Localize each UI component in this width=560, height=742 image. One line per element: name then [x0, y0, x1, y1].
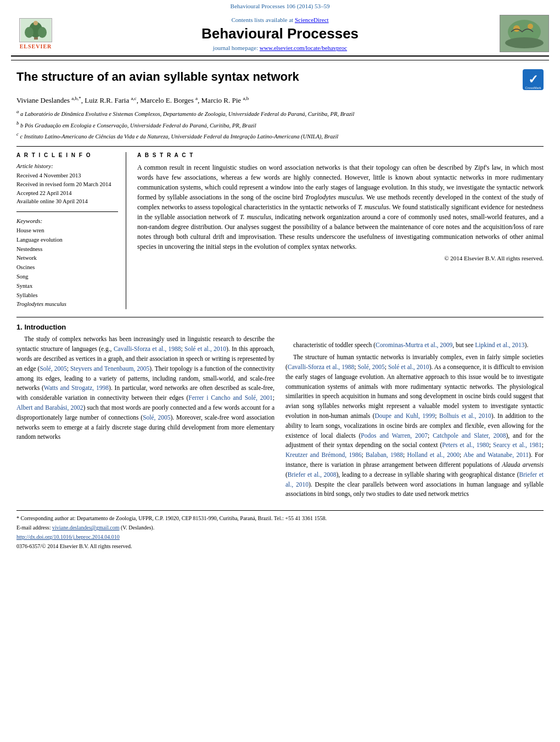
article-meta-row: A R T I C L E I N F O Article history: R… — [16, 152, 544, 309]
abstract-heading: A B S T R A C T — [137, 152, 544, 158]
sciencedirect-link[interactable]: Contents lists available at ScienceDirec… — [71, 16, 489, 23]
journal-header-citation: Behavioural Processes 106 (2014) 53–59 — [0, 0, 560, 10]
keyword-7: Syllables — [16, 291, 118, 300]
issn-line: 0376-6357/© 2014 Elsevier B.V. All right… — [16, 542, 544, 550]
ref-lipkind[interactable]: Lipkind et al., 2013 — [475, 342, 524, 348]
body-divider — [16, 317, 544, 317]
header-divider — [11, 60, 549, 60]
intro-para-1: The study of complex networks has been i… — [16, 334, 275, 442]
ref-sole2[interactable]: Solé, 2005 — [357, 364, 384, 370]
ref-searcy[interactable]: Searcy et al., 1981 — [493, 442, 542, 448]
ref-sole-2010[interactable]: Solé et al., 2010 — [184, 345, 226, 352]
ref-holland[interactable]: Holland et al., 2000 — [407, 451, 460, 458]
title-section: The structure of an avian syllable synta… — [16, 69, 544, 90]
abstract-column: A B S T R A C T A common result in recen… — [137, 152, 544, 309]
article-info-heading: A R T I C L E I N F O — [16, 152, 118, 158]
homepage-link[interactable]: www.elsevier.com/locate/behavproc — [260, 44, 347, 51]
ref-albert[interactable]: Albert and Barabási, 2002 — [16, 404, 83, 411]
body-columns: 1. Introduction The study of complex net… — [16, 323, 544, 501]
article-info-column: A R T I C L E I N F O Article history: R… — [16, 152, 126, 309]
abstract-text: A common result in recent linguistic stu… — [137, 163, 544, 252]
ref-corominas[interactable]: Corominas-Murtra et al., 2009 — [376, 342, 452, 348]
svg-point-3 — [25, 27, 33, 38]
online-date: Available online 30 April 2014 — [16, 197, 118, 206]
keyword-6: Syntax — [16, 282, 118, 291]
journal-title: Behavioural Processes — [71, 25, 489, 42]
footnote-text: * Corresponding author at: Departamento … — [16, 514, 544, 522]
ref-peters[interactable]: Peters et al., 1980 — [442, 442, 489, 448]
ref-steyvers[interactable]: Steyvers and Tenenbaum, 2005 — [70, 365, 149, 372]
keyword-8-text: Troglodytes musculus — [16, 301, 66, 307]
keyword-5: Song — [16, 272, 118, 282]
email-line: E-mail address: viviane.deslandes@gmail.… — [16, 523, 544, 532]
intro-para-3: The structure of human syntactic network… — [285, 353, 544, 499]
svg-text:✓: ✓ — [528, 72, 538, 86]
journal-header-center: Contents lists available at ScienceDirec… — [60, 16, 500, 51]
ref-briefer[interactable]: Briefer et al., 2008 — [288, 471, 337, 478]
ref-cavalli2[interactable]: Cavalli-Sforza et al., 1988 — [288, 364, 354, 370]
section1-heading: 1. Introduction — [16, 323, 275, 331]
ref-kreutzer[interactable]: Kreutzer and Brémond, 1986 — [285, 451, 362, 458]
ref-doupe[interactable]: Doupe and Kuhl, 1999 — [375, 412, 435, 419]
elsevier-tree-image — [19, 18, 52, 42]
received-date: Received 4 November 2013 — [16, 171, 118, 180]
ref-sole-2005[interactable]: Solé, 2005 — [40, 365, 66, 372]
ref-cavalli-1988[interactable]: Cavalli-Sforza et al., 1988 — [114, 345, 181, 352]
article-affiliations: a a Laboratório de Dinâmica Evolutiva e … — [16, 108, 544, 141]
revised-date: Received in revised form 20 March 2014 — [16, 180, 118, 189]
keywords-section: Keywords: House wren Language evolution … — [16, 217, 118, 309]
history-title: Article history: — [16, 163, 118, 169]
article-authors: Viviane Deslandes a,b,*, Luiz R.R. Faria… — [16, 96, 544, 105]
species-alauda: Alauda arvensis — [502, 461, 544, 468]
journal-cover-image — [500, 15, 549, 52]
svg-point-8 — [513, 25, 520, 32]
keyword-2: Nestedness — [16, 245, 118, 254]
intro-para-2: characteristic of toddler speech (Coromi… — [285, 341, 544, 350]
sciencedirect-anchor[interactable]: ScienceDirect — [295, 16, 329, 23]
abstract-paragraph: A common result in recent linguistic stu… — [137, 163, 544, 252]
citation-text: Behavioural Processes 106 (2014) 53–59 — [231, 3, 330, 9]
body-text-right: characteristic of toddler speech (Coromi… — [285, 341, 544, 499]
email-link[interactable]: viviane.deslandes@gmail.com — [52, 525, 120, 531]
keyword-8: Troglodytes musculus — [16, 300, 118, 309]
keywords-list: House wren Language evolution Nestedness… — [16, 226, 118, 309]
abstract-copyright: © 2014 Elsevier B.V. All rights reserved… — [137, 255, 544, 261]
keywords-title: Keywords: — [16, 217, 118, 224]
article-title: The structure of an avian syllable synta… — [16, 69, 523, 85]
ref-sole-2005b[interactable]: Solé, 2005 — [143, 414, 170, 421]
svg-point-9 — [528, 24, 533, 29]
ref-podos[interactable]: Podos and Warren, 2007 — [361, 432, 428, 439]
homepage-prefix: journal homepage: — [213, 44, 260, 51]
species-name-1: Troglodytes musculus — [305, 193, 363, 201]
journal-homepage[interactable]: journal homepage: www.elsevier.com/locat… — [71, 44, 489, 51]
svg-point-5 — [33, 21, 38, 25]
ref-abe[interactable]: Abe and Watanabe, 2011 — [463, 451, 529, 458]
body-left-col: 1. Introduction The study of complex net… — [16, 323, 275, 501]
ref-watts[interactable]: Watts and Strogatz, 1998 — [44, 384, 109, 391]
authors-text: Viviane Deslandes a,b,*, Luiz R.R. Faria… — [16, 96, 249, 104]
ref-bolhuis[interactable]: Bolhuis et al., 2010 — [439, 412, 491, 419]
article-footer: * Corresponding author at: Departamento … — [16, 510, 544, 550]
affiliation-b: b b Pós Graduação em Ecologia e Conserva… — [16, 120, 544, 130]
journal-header: ELSEVIER Contents lists available at Sci… — [11, 10, 549, 57]
ref-sole3[interactable]: Solé et al., 2010 — [388, 364, 429, 370]
email-suffix: (V. Deslandes). — [120, 525, 155, 531]
species-abbrev-1: T. musculus — [358, 203, 389, 211]
keyword-0: House wren — [16, 226, 118, 236]
keyword-4: Oscines — [16, 263, 118, 272]
crossmark-badge: ✓ CrossMark — [523, 69, 544, 90]
body-text-left: The study of complex networks has been i… — [16, 334, 275, 442]
keyword-1: Language evolution — [16, 236, 118, 245]
svg-text:CrossMark: CrossMark — [525, 86, 541, 90]
ref-ferrer[interactable]: Ferrer i Cancho and Solé, 2001 — [188, 394, 273, 401]
ref-catchpole[interactable]: Catchpole and Slater, 2008 — [433, 432, 506, 439]
email-label: E-mail address: — [16, 525, 52, 531]
affiliation-a: a a Laboratório de Dinâmica Evolutiva e … — [16, 108, 544, 118]
ref-balaban[interactable]: Balaban, 1988 — [366, 451, 403, 458]
species-abbrev-2: T. musculus — [240, 213, 271, 221]
keyword-3: Network — [16, 254, 118, 263]
keywords-divider — [16, 211, 118, 212]
meta-divider — [16, 146, 544, 147]
doi-link[interactable]: http://dx.doi.org/10.1016/j.beproc.2014.… — [16, 534, 120, 540]
body-right-col: characteristic of toddler speech (Coromi… — [285, 323, 544, 501]
